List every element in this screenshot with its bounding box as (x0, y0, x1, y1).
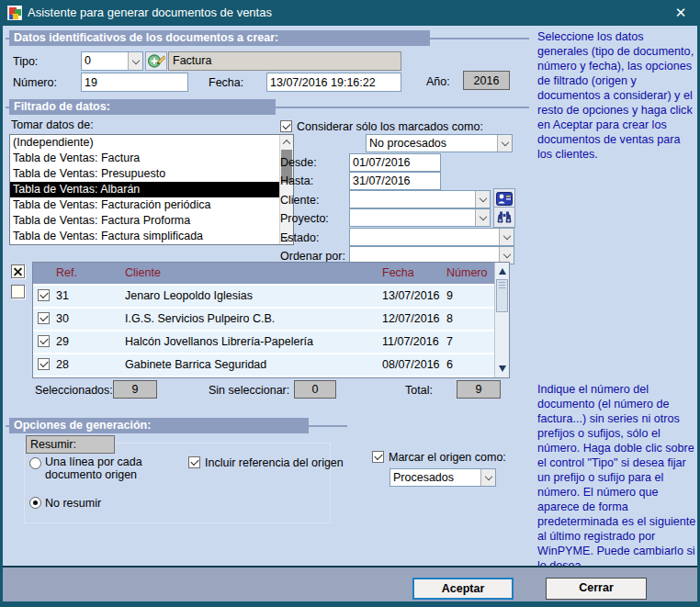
row-checkbox[interactable] (38, 289, 50, 301)
help-text-top: Seleccione los datos generales (tipo de … (537, 30, 697, 163)
row-ref: 28 (56, 354, 125, 376)
row-check-cell (33, 286, 56, 307)
fecha-label: Fecha: (209, 76, 243, 89)
chevron-down-icon[interactable] (475, 191, 490, 208)
listbox-item[interactable]: Tabla de Ventas: Factura Proforma (10, 213, 279, 229)
fecha-input[interactable] (266, 73, 401, 92)
considerar-checkbox[interactable] (280, 120, 292, 132)
table-header[interactable]: Ref. Cliente Fecha Número (33, 263, 509, 284)
incluir-referencia-checkbox[interactable] (188, 456, 200, 468)
procesados-filter-combobox[interactable]: No procesados (366, 134, 513, 152)
total-count: 9 (457, 380, 501, 399)
marcar-origen-value: Procesados (390, 469, 480, 486)
numero-label: Número: (13, 76, 57, 89)
section-header-filtrado: Filtrado de datos: (6, 99, 529, 115)
cliente-value (350, 191, 475, 208)
cerrar-button[interactable]: Cerrar (546, 578, 647, 600)
row-checkbox[interactable] (38, 358, 50, 370)
window-title: Asistente para generar documentos de ven… (28, 0, 272, 26)
listbox-item[interactable]: Tabla de Ventas: Albarán (10, 182, 279, 197)
marcar-origen-checkbox[interactable] (372, 451, 384, 463)
radio-una-linea-label[interactable]: Una línea por cada documento origen (45, 455, 190, 481)
chevron-down-icon[interactable] (480, 469, 495, 486)
desde-label: Desde: (280, 156, 317, 169)
table-row[interactable]: 30I.G.S. Servicios Pulpeiro C.B.12/07/20… (33, 309, 509, 330)
listbox-item[interactable]: Tabla de Ventas: Facturación periódica (10, 197, 279, 213)
proyecto-combobox[interactable] (349, 208, 491, 227)
scrollbar-thumb[interactable] (496, 279, 508, 312)
proyecto-value (350, 209, 475, 226)
row-cliente: Jenaro Leopoldo Iglesias (125, 286, 382, 307)
table-row[interactable]: 28Gabinete Barrica Seguridad08/07/20166 (33, 354, 509, 376)
procesados-filter-value: No procesados (367, 135, 497, 152)
aceptar-button[interactable]: Aceptar (412, 578, 514, 600)
listbox-item[interactable]: Tabla de Ventas: Factura simplificada (10, 229, 279, 244)
table-row-partial (33, 377, 509, 378)
section-title: Datos identificativos de los documentos … (9, 30, 430, 46)
app-icon (7, 6, 22, 20)
marcar-origen-combobox[interactable]: Procesados (390, 468, 496, 487)
contact-card-icon (496, 192, 513, 206)
scroll-up-icon[interactable] (499, 268, 506, 275)
hasta-input[interactable] (349, 172, 441, 190)
row-fecha: 11/07/2016 (382, 332, 446, 353)
header-ref[interactable]: Ref. (56, 263, 125, 284)
total-label: Total: (405, 384, 433, 397)
header-cliente[interactable]: Cliente (125, 263, 382, 284)
seleccionados-count: 9 (113, 380, 157, 399)
desde-input[interactable] (349, 153, 441, 172)
row-check-cell (33, 354, 56, 376)
binoculars-icon (497, 210, 512, 224)
table-row[interactable]: 31Jenaro Leopoldo Iglesias13/07/20169 (33, 286, 509, 307)
row-checkbox[interactable] (38, 312, 50, 324)
resumir-label: Resumir: (26, 435, 115, 454)
listbox-item[interactable]: (Independiente) (10, 135, 279, 151)
row-fecha: 12/07/2016 (382, 309, 446, 330)
chevron-down-icon[interactable] (475, 209, 490, 226)
radio-no-resumir[interactable] (29, 497, 41, 509)
tomar-datos-listbox[interactable]: (Independiente)Tabla de Ventas: FacturaT… (9, 134, 294, 245)
sales-wizard-dialog: Asistente para generar documentos de ven… (0, 0, 700, 607)
cliente-combobox[interactable] (349, 190, 491, 208)
row-cliente: Gabinete Barrica Seguridad (125, 354, 382, 376)
tipo-combobox[interactable]: 0 (81, 51, 143, 71)
considerar-label: Considerar sólo los marcados como: (297, 120, 483, 133)
table-row[interactable]: 29Halcón Jovellanos Librería-Papelería11… (33, 332, 509, 353)
radio-no-resumir-label[interactable]: No resumir (45, 497, 101, 510)
marcar-origen-label: Marcar el origen como: (389, 451, 506, 464)
listbox-scrollbar[interactable] (279, 135, 293, 244)
header-fecha[interactable]: Fecha (382, 263, 446, 284)
sin-seleccionar-count: 0 (294, 380, 336, 399)
ano-value-box: 2016 (463, 71, 510, 90)
add-edit-type-button[interactable] (145, 51, 167, 71)
close-icon[interactable]: ✕ (661, 0, 700, 26)
radio-una-linea[interactable] (29, 457, 41, 469)
scroll-up-icon[interactable] (280, 135, 293, 149)
deselect-all-checkbox[interactable] (11, 285, 25, 298)
scroll-down-icon[interactable] (499, 365, 506, 372)
select-all-checkbox[interactable] (11, 264, 25, 278)
documents-table: Ref. Cliente Fecha Número 31Jenaro Leopo… (32, 262, 510, 378)
chevron-down-icon[interactable] (499, 229, 514, 245)
row-ref: 29 (56, 332, 125, 353)
ano-label: Año: (426, 75, 450, 88)
hasta-label: Hasta: (280, 174, 313, 187)
section-header-opciones: Opciones de generación: (6, 418, 347, 433)
table-scrollbar[interactable] (494, 263, 509, 377)
button-bar: Aceptar Cerrar (3, 566, 697, 601)
numero-input[interactable] (81, 73, 188, 92)
listbox-item[interactable]: Tabla de Ventas: Factura (10, 151, 279, 166)
listbox-item[interactable]: Tabla de Ventas: Presupuesto (10, 166, 279, 182)
chevron-down-icon[interactable] (497, 135, 512, 152)
tipo-doc-field: Factura (168, 51, 401, 71)
estado-label: Estado: (280, 231, 319, 244)
row-ref: 31 (56, 286, 125, 307)
incluir-referencia-label: Incluir referencia del origen (205, 456, 344, 469)
estado-value (350, 229, 499, 245)
listbox-items: (Independiente)Tabla de Ventas: FacturaT… (10, 135, 279, 244)
row-checkbox[interactable] (38, 335, 50, 347)
proyecto-search-button[interactable] (493, 207, 515, 228)
chevron-down-icon[interactable] (128, 52, 142, 70)
proyecto-label: Proyecto: (280, 212, 329, 225)
estado-combobox[interactable] (349, 228, 514, 246)
